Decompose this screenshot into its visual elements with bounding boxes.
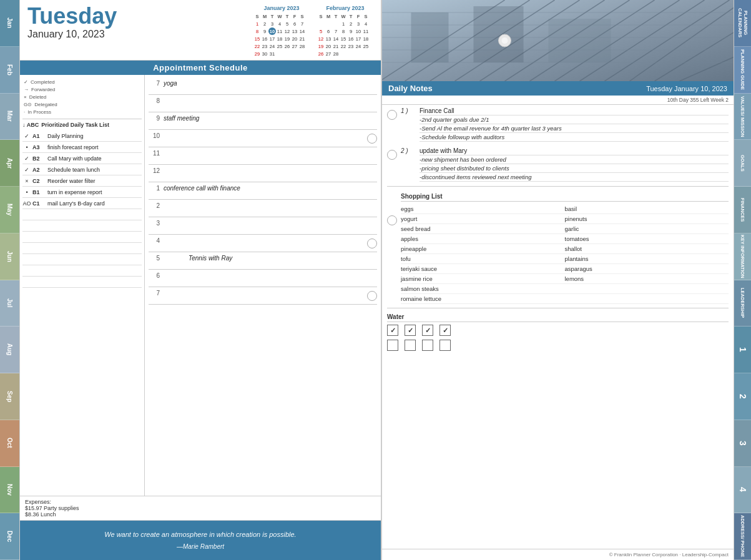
notes-subheader: 10th Day 355 Left Week 2 bbox=[382, 96, 734, 105]
daily-notes-title: Daily Notes bbox=[388, 84, 433, 93]
tab-values-mission[interactable]: VALUES/ MISSION bbox=[734, 94, 751, 140]
tab-dec[interactable]: Dec bbox=[0, 513, 19, 560]
note-1-lines: 1 ) Finance Call -2nd quarter goals due … bbox=[401, 107, 729, 142]
checkbox-unchecked-2[interactable] bbox=[405, 340, 416, 351]
timeslot-10: 10 bbox=[149, 130, 377, 147]
checkbox-unchecked-3[interactable] bbox=[422, 340, 433, 351]
day-name: Tuesday bbox=[27, 5, 253, 27]
note-1-header: 1 ) Finance Call -2nd quarter goals due … bbox=[401, 107, 729, 142]
tab-sep[interactable]: Sep bbox=[0, 373, 19, 420]
legend-deleted: ×Deleted bbox=[24, 94, 142, 101]
shopping-item: eggs bbox=[401, 204, 565, 214]
tab-oct[interactable]: Oct bbox=[0, 420, 19, 467]
tab-goals[interactable]: GOALS bbox=[734, 140, 751, 187]
tab-number-1[interactable]: 1 bbox=[734, 327, 751, 373]
tab-leadership[interactable]: LEADERSHIP bbox=[734, 280, 751, 327]
quote-attribution: —Marie Rambert bbox=[32, 542, 368, 551]
tab-finances[interactable]: FINANCES bbox=[734, 187, 751, 233]
checkbox-row-unchecked bbox=[387, 340, 729, 351]
task-row-empty bbox=[22, 265, 142, 277]
mini-calendars: January 2023 S M T W T F S 1234567 89101… bbox=[253, 5, 373, 57]
note-2-sub-1: -new shipment has been ordered bbox=[420, 156, 729, 164]
shopping-item: romaine lettuce bbox=[401, 294, 565, 304]
tab-jun[interactable]: Jun bbox=[0, 233, 19, 280]
quote-text: We want to create an atmosphere in which… bbox=[32, 529, 368, 540]
left-panel: Tuesday January 10, 2023 January 2023 S … bbox=[20, 0, 382, 560]
checkbox-checked-1[interactable] bbox=[387, 325, 398, 336]
task-row: • B1 turn in expense report bbox=[22, 187, 142, 198]
section-divider-2 bbox=[387, 308, 729, 308]
tab-nov[interactable]: Nov bbox=[0, 467, 19, 514]
shopping-item: jasmine rice bbox=[401, 274, 565, 284]
svg-point-23 bbox=[502, 37, 508, 44]
bottom-left: Expenses: $15.97 Party supplies $8.36 Lu… bbox=[20, 496, 381, 561]
timeslot-12: 12 bbox=[149, 165, 377, 182]
right-panel: Daily Notes Tuesday January 10, 2023 10t… bbox=[382, 0, 734, 560]
checkbox-checked-4[interactable] bbox=[439, 325, 451, 336]
tab-jan[interactable]: Jan bbox=[0, 0, 19, 47]
legend-inprocess: ·In Process bbox=[24, 109, 142, 116]
svg-rect-21 bbox=[549, 19, 611, 62]
checkbox-unchecked-4[interactable] bbox=[439, 340, 451, 351]
task-row: ✓ A2 Schedule team lunch bbox=[22, 164, 142, 175]
note-circle-1 bbox=[387, 110, 397, 120]
left-month-tabs: Jan Feb Mar Apr May Jun Jul Aug Sep Oct … bbox=[0, 0, 20, 560]
tab-mar[interactable]: Mar bbox=[0, 94, 19, 140]
shopping-item: basil bbox=[565, 204, 729, 214]
shopping-item: teriyaki sauce bbox=[401, 264, 565, 274]
photo-area bbox=[382, 0, 734, 81]
task-row: AO C1 mail Larry's B-day card bbox=[22, 198, 142, 209]
planner-container: Jan Feb Mar Apr May Jun Jul Aug Sep Oct … bbox=[0, 0, 751, 560]
note-2-content: update with Mary -new shipment has been … bbox=[420, 147, 729, 182]
tab-may[interactable]: May bbox=[0, 187, 19, 233]
shopping-title: Shopping List bbox=[401, 193, 729, 202]
quote-area: We want to create an atmosphere in which… bbox=[20, 521, 381, 561]
task-appointment-area: ✓Completed →Forwarded ×Deleted G⊙Delegat… bbox=[20, 75, 381, 496]
note-2-sub-2: -pricing sheet distributed to clients bbox=[420, 165, 729, 173]
tab-number-2[interactable]: 2 bbox=[734, 373, 751, 420]
tab-feb[interactable]: Feb bbox=[0, 47, 19, 94]
task-row-empty bbox=[22, 209, 142, 220]
note-2-title: update with Mary bbox=[420, 147, 729, 155]
timeslot-5pm: 5 Tennis with Ray bbox=[149, 252, 377, 270]
note-1-sub-2: -Send Al the email revenue for 4th quart… bbox=[420, 125, 729, 133]
tab-number-4[interactable]: 4 bbox=[734, 467, 751, 514]
circle-bullet-7pm bbox=[367, 291, 377, 301]
note-circle-2 bbox=[387, 150, 397, 160]
tab-planning-guide[interactable]: PLANNING GUIDE bbox=[734, 47, 751, 94]
timeslot-11: 11 bbox=[149, 147, 377, 165]
checkbox-checked-2[interactable] bbox=[405, 325, 416, 336]
tab-key-information[interactable]: KEY INFORMATION bbox=[734, 233, 751, 280]
timeslot-8: 8 bbox=[149, 95, 377, 112]
circle-bullet-10 bbox=[367, 134, 377, 144]
january-mini-cal: January 2023 S M T W T F S 1234567 89101… bbox=[253, 5, 310, 57]
note-1-content: Finance Call -2nd quarter goals due 2/1 … bbox=[420, 107, 729, 142]
note-block-2: 2 ) update with Mary -new shipment has b… bbox=[387, 147, 729, 182]
tab-number-3[interactable]: 3 bbox=[734, 420, 751, 467]
tab-jul[interactable]: Jul bbox=[0, 280, 19, 327]
tab-aug[interactable]: Aug bbox=[0, 327, 19, 373]
shopping-circle bbox=[387, 215, 397, 225]
note-1-sub-1: -2nd quarter goals due 2/1 bbox=[420, 116, 729, 124]
legend-completed: ✓Completed bbox=[24, 79, 142, 86]
tab-apr[interactable]: Apr bbox=[0, 140, 19, 187]
shopping-item: tofu bbox=[401, 254, 565, 264]
note-2-sub-3: -discontinued items reviewed next meetin… bbox=[420, 174, 729, 182]
jan-cal-title: January 2023 bbox=[253, 5, 310, 11]
checkbox-checked-3[interactable] bbox=[422, 325, 433, 336]
task-row: × C2 Reorder water filter bbox=[22, 175, 142, 187]
shopping-item bbox=[565, 284, 729, 294]
shopping-item: yogurt bbox=[401, 214, 565, 224]
checkbox-unchecked-1[interactable] bbox=[387, 340, 398, 351]
note-1-sub-3: -Schedule followup with auditors bbox=[420, 134, 729, 142]
tab-planning-calendars[interactable]: PLANNING CALENDARS bbox=[734, 0, 751, 47]
shopping-item: plantains bbox=[565, 254, 729, 264]
right-tabs: PLANNING CALENDARS PLANNING GUIDE VALUES… bbox=[734, 0, 751, 560]
task-area: ✓Completed →Forwarded ×Deleted G⊙Delegat… bbox=[20, 75, 145, 496]
task-row-empty bbox=[22, 277, 142, 288]
shopping-item: pineapple bbox=[401, 244, 565, 254]
note-2-number: 2 ) bbox=[401, 147, 416, 182]
tab-address-phone[interactable]: ADDRESS/ PHONE bbox=[734, 513, 751, 560]
timeslot-9: 9 staff meeting bbox=[149, 112, 377, 130]
shopping-item: apples bbox=[401, 234, 565, 244]
